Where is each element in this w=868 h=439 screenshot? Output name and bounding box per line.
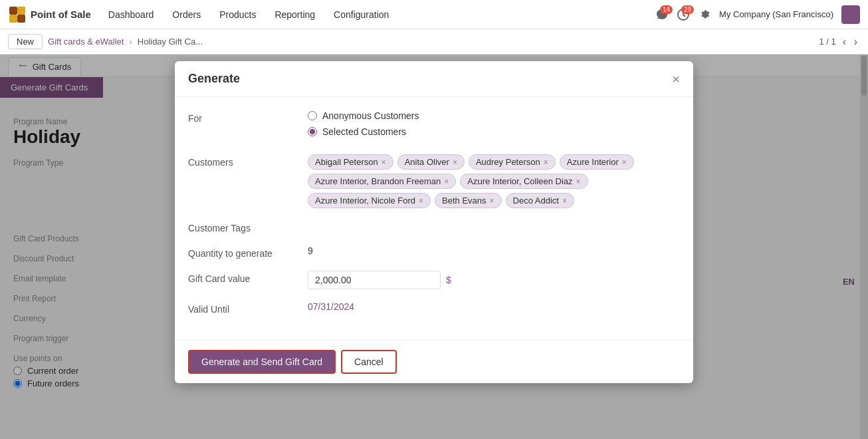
for-row: For Anonymous Customers Selected Custome… [188, 110, 680, 142]
gift-card-value-row: Gift Card value $ [188, 271, 680, 289]
customer-tags-label: Customer Tags [188, 220, 308, 233]
customer-chip-8[interactable]: Deco Addict × [506, 193, 574, 208]
nav-products[interactable]: Products [213, 9, 263, 20]
next-arrow[interactable]: › [851, 35, 860, 49]
modal-header: Generate × [175, 61, 693, 97]
gift-card-value-label: Gift Card value [188, 271, 308, 284]
modal-body: For Anonymous Customers Selected Custome… [175, 97, 693, 340]
new-button[interactable]: New [8, 34, 43, 49]
quantity-row: Quantity to generate 9 [188, 245, 680, 259]
svg-rect-1 [17, 7, 25, 15]
cancel-button[interactable]: Cancel [341, 350, 397, 374]
customer-chip-label-3: Azure Interior [567, 157, 619, 167]
breadcrumb-separator: › [129, 37, 132, 47]
company-name: My Company (San Francisco) [719, 9, 833, 19]
anonymous-option[interactable]: Anonymous Customers [308, 110, 680, 121]
modal-title: Generate [188, 72, 240, 86]
valid-until-value: 07/31/2024 [308, 301, 354, 312]
customer-chip-label-0: Abigail Peterson [315, 157, 378, 167]
app-name: Point of Sale [31, 9, 91, 20]
customer-chip-remove-0[interactable]: × [381, 158, 386, 167]
customer-chip-remove-5[interactable]: × [576, 177, 581, 186]
customer-chip-3[interactable]: Azure Interior × [560, 154, 634, 170]
activity-notification[interactable]: 28 [677, 8, 690, 21]
customer-chip-label-8: Deco Addict [513, 196, 559, 206]
svg-rect-2 [9, 15, 17, 23]
customer-chip-remove-1[interactable]: × [453, 158, 457, 167]
chat-badge: 14 [660, 5, 673, 14]
customer-chip-label-4: Azure Interior, Brandon Freeman [315, 176, 441, 186]
gift-card-value-group: $ [308, 271, 680, 289]
quantity-value: 9 [308, 245, 680, 256]
breadcrumb-right: 1 / 1 ‹ › [819, 35, 860, 49]
selected-radio[interactable] [308, 127, 317, 136]
customers-container: Abigail Peterson × Anita Oliver × Audrey… [308, 154, 680, 208]
customer-chip-6[interactable]: Azure Interior, Nicole Ford × [308, 193, 431, 208]
logo-icon [8, 5, 27, 24]
breadcrumb-bar: New Gift cards & eWallet › Holiday Gift … [0, 29, 868, 55]
customer-chip-0[interactable]: Abigail Peterson × [308, 154, 393, 170]
quantity-number: 9 [308, 245, 313, 256]
generate-modal: Generate × For Anonymous Customers [175, 61, 693, 383]
for-options: Anonymous Customers Selected Customers [308, 110, 680, 142]
settings-icon[interactable] [698, 7, 711, 22]
customer-tags-row: Customer Tags [188, 220, 680, 233]
topnav-right: 14 28 My Company (San Francisco) [655, 5, 860, 24]
valid-until-row: Valid Until 07/31/2024 [188, 301, 680, 315]
customer-chip-remove-4[interactable]: × [444, 177, 449, 186]
nav-orders[interactable]: Orders [165, 9, 207, 20]
generate-send-button[interactable]: Generate and Send Gift Card [188, 350, 336, 374]
nav-configuration[interactable]: Configuration [327, 9, 395, 20]
for-label: For [188, 110, 308, 124]
breadcrumb-current: Holiday Gift Ca... [138, 37, 203, 47]
chat-notification[interactable]: 14 [655, 8, 669, 21]
customer-chip-label-2: Audrey Peterson [476, 157, 540, 167]
customer-chip-label-1: Anita Oliver [405, 157, 449, 167]
customer-chip-remove-2[interactable]: × [544, 158, 548, 167]
customers-label: Customers [188, 154, 308, 168]
modal-close-button[interactable]: × [672, 73, 680, 86]
customer-chip-remove-6[interactable]: × [419, 196, 423, 206]
valid-until-control: 07/31/2024 [308, 301, 680, 312]
user-avatar[interactable] [841, 5, 860, 24]
modal-overlay: Generate × For Anonymous Customers [0, 55, 868, 439]
pagination-arrows: ‹ › [840, 35, 860, 49]
customers-tags: Abigail Peterson × Anita Oliver × Audrey… [308, 154, 680, 208]
customer-chip-label-5: Azure Interior, Colleen Diaz [467, 176, 572, 186]
activity-badge: 28 [681, 5, 694, 14]
pagination-text: 1 / 1 [819, 37, 835, 47]
customer-chip-label-6: Azure Interior, Nicole Ford [315, 196, 415, 206]
svg-rect-3 [17, 15, 25, 23]
customer-chip-remove-8[interactable]: × [562, 196, 567, 206]
nav-reporting[interactable]: Reporting [268, 9, 322, 20]
selected-label: Selected Customers [322, 126, 406, 137]
topnav: Point of Sale Dashboard Orders Products … [0, 0, 868, 29]
customers-row: Customers Abigail Peterson × Anita Olive… [188, 154, 680, 208]
customer-chip-1[interactable]: Anita Oliver × [397, 154, 465, 170]
anonymous-label: Anonymous Customers [322, 110, 419, 121]
gift-card-value-control: $ [308, 271, 680, 289]
nav-dashboard[interactable]: Dashboard [102, 9, 161, 20]
customer-chip-7[interactable]: Beth Evans × [435, 193, 502, 208]
customer-chip-2[interactable]: Audrey Peterson × [469, 154, 556, 170]
anonymous-radio[interactable] [308, 111, 317, 120]
selected-option[interactable]: Selected Customers [308, 126, 680, 137]
gift-card-value-input[interactable] [308, 271, 441, 289]
page-background: Gift Cards Generate Gift Cards Program N… [0, 55, 868, 439]
modal-footer: Generate and Send Gift Card Cancel [175, 340, 693, 383]
svg-rect-0 [9, 7, 17, 15]
customer-chip-remove-7[interactable]: × [490, 196, 494, 206]
gift-card-currency: $ [446, 275, 451, 285]
prev-arrow[interactable]: ‹ [840, 35, 849, 49]
valid-until-label: Valid Until [188, 301, 308, 315]
customer-chip-label-7: Beth Evans [442, 196, 487, 206]
app-logo: Point of Sale [8, 5, 91, 24]
customer-chip-5[interactable]: Azure Interior, Colleen Diaz × [460, 174, 588, 189]
breadcrumb-parent[interactable]: Gift cards & eWallet [48, 37, 124, 47]
customer-chip-4[interactable]: Azure Interior, Brandon Freeman × [308, 174, 456, 189]
customer-chip-remove-3[interactable]: × [622, 158, 627, 167]
quantity-label: Quantity to generate [188, 245, 308, 259]
